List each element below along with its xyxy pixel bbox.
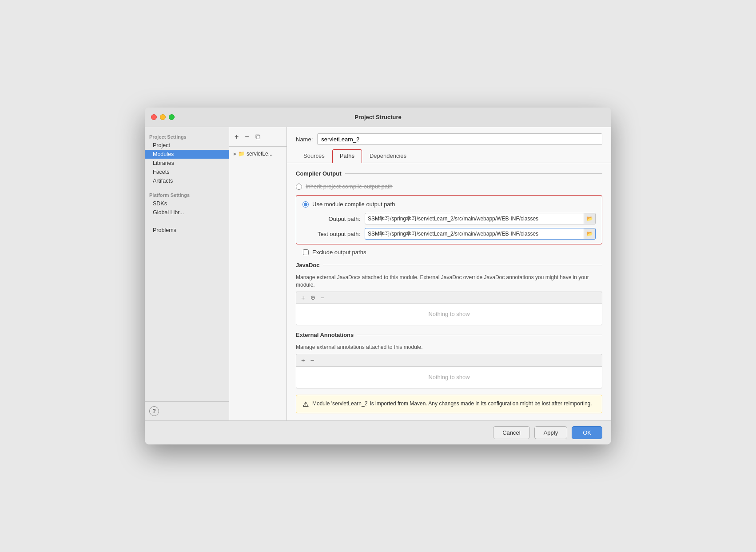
ext-remove-button[interactable]: − (309, 356, 316, 364)
ext-annotations-header: External Annotations (296, 332, 602, 338)
inherit-label: Inherit project compile output path (306, 183, 393, 190)
tabs-row: Sources Paths Dependencies (296, 149, 602, 163)
ext-annotations-label: External Annotations (296, 332, 354, 338)
tab-paths[interactable]: Paths (332, 149, 362, 163)
test-output-path-browse-button[interactable]: 📂 (584, 228, 595, 239)
sidebar-item-modules[interactable]: Modules (145, 150, 229, 159)
output-path-input-wrapper: 📂 (365, 213, 596, 224)
remove-module-button[interactable]: − (243, 132, 251, 142)
sidebar-item-facets[interactable]: Facets (145, 168, 229, 176)
test-output-path-input[interactable] (365, 228, 584, 239)
javadoc-section-header: JavaDoc (296, 262, 602, 268)
add-module-button[interactable]: + (233, 132, 240, 142)
exclude-output-checkbox[interactable] (303, 249, 309, 255)
javadoc-add-button[interactable]: + (300, 294, 306, 301)
bottom-bar: Cancel Apply OK (145, 420, 611, 444)
javadoc-empty-label: Nothing to show (428, 311, 470, 317)
compiler-output-label: Compiler Output (296, 170, 342, 177)
javadoc-section: JavaDoc Manage external JavaDocs attache… (296, 262, 602, 325)
inherit-radio[interactable] (296, 184, 302, 190)
external-annotations-section: External Annotations Manage external ann… (296, 332, 602, 388)
traffic-lights[interactable] (151, 114, 175, 120)
output-path-browse-button[interactable]: 📂 (584, 213, 595, 224)
project-settings-header: Project Settings (145, 131, 229, 141)
tab-sources[interactable]: Sources (296, 149, 332, 163)
help-button[interactable]: ? (149, 406, 159, 416)
warning-text: Module 'servletLearn_2' is imported from… (312, 400, 592, 408)
javadoc-toolbar: + ⊕ − (296, 292, 602, 303)
sidebar-item-artifacts[interactable]: Artifacts (145, 176, 229, 185)
javadoc-empty-list: Nothing to show (296, 303, 602, 325)
sidebar-item-sdks[interactable]: SDKs (145, 199, 229, 208)
output-path-label: Output path: (302, 216, 360, 222)
test-output-path-row: Test output path: 📂 (302, 228, 596, 240)
test-output-path-input-wrapper: 📂 (365, 228, 596, 240)
exclude-output-row: Exclude output paths (303, 249, 602, 256)
title-bar: Project Structure (145, 108, 611, 127)
maximize-button[interactable] (169, 114, 175, 120)
tab-dependencies[interactable]: Dependencies (362, 149, 414, 163)
javadoc-description: Manage external JavaDocs attached to thi… (296, 274, 602, 289)
use-module-radio[interactable] (302, 201, 309, 208)
maven-warning-bar: ⚠ Module 'servletLearn_2' is imported fr… (296, 395, 602, 413)
ext-annotations-toolbar: + − (296, 354, 602, 366)
use-module-output-box: Use module compile output path Output pa… (296, 195, 602, 244)
apply-button[interactable]: Apply (534, 426, 568, 439)
exclude-output-label: Exclude output paths (312, 249, 366, 256)
output-path-input[interactable] (365, 213, 584, 224)
tree-module-item[interactable]: ▶ 📁 servletLe... (231, 149, 285, 158)
module-name: servletLe... (247, 151, 273, 157)
ok-button[interactable]: OK (572, 426, 602, 439)
use-module-label: Use module compile output path (312, 201, 395, 208)
sidebar-item-project[interactable]: Project (145, 141, 229, 150)
ext-add-button[interactable]: + (300, 356, 306, 364)
minimize-button[interactable] (160, 114, 166, 120)
inherit-radio-row: Inherit project compile output path (296, 182, 602, 191)
output-path-row: Output path: 📂 (302, 213, 596, 224)
name-label: Name: (296, 136, 313, 143)
close-button[interactable] (151, 114, 157, 120)
warning-icon: ⚠ (302, 400, 309, 408)
platform-settings-header: Platform Settings (145, 189, 229, 199)
ext-annotations-empty-label: Nothing to show (428, 374, 470, 380)
tree-panel: + − ⧉ ▶ 📁 servletLe... (229, 127, 287, 420)
sidebar-bottom: ? (145, 401, 229, 420)
javadoc-remove-button[interactable]: − (319, 294, 326, 301)
dialog-title: Project Structure (354, 114, 401, 120)
expand-arrow-icon: ▶ (234, 152, 237, 156)
sidebar-item-problems[interactable]: Problems (145, 226, 229, 235)
radio-group-output: Inherit project compile output path (296, 182, 602, 191)
main-content: Compiler Output Inherit project compile … (287, 163, 611, 420)
cancel-button[interactable]: Cancel (493, 426, 529, 439)
main-panel: Name: Sources Paths Dependencies Compile… (287, 127, 611, 420)
test-output-path-label: Test output path: (302, 231, 360, 237)
ext-annotations-description: Manage external annotations attached to … (296, 344, 602, 351)
copy-module-button[interactable]: ⧉ (254, 132, 262, 142)
module-name-input[interactable] (317, 133, 602, 145)
main-header: Name: Sources Paths Dependencies (287, 127, 611, 163)
javadoc-label: JavaDoc (296, 262, 319, 268)
sidebar-item-libraries[interactable]: Libraries (145, 159, 229, 168)
ext-annotations-empty-list: Nothing to show (296, 366, 602, 388)
sidebar-item-global-libs[interactable]: Global Libr... (145, 208, 229, 217)
javadoc-add-special-button[interactable]: ⊕ (309, 294, 317, 301)
folder-icon: 📁 (238, 151, 245, 157)
sidebar: Project Settings Project Modules Librari… (145, 127, 229, 420)
tree-toolbar: + − ⧉ (229, 127, 286, 147)
use-module-radio-row: Use module compile output path (302, 200, 596, 208)
compiler-output-section-header: Compiler Output (296, 170, 602, 177)
